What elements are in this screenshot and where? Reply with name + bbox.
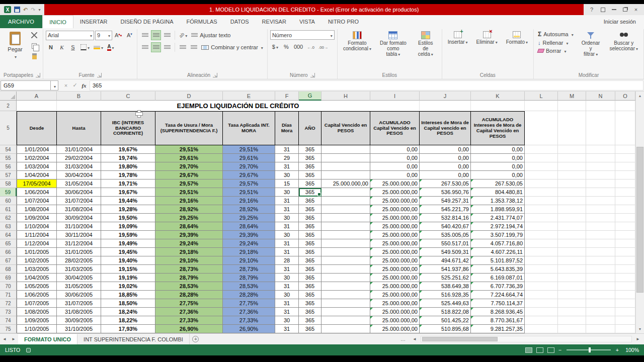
cell-F56[interactable]: 31	[275, 162, 299, 171]
cell-D68[interactable]: 28,73%	[155, 265, 223, 274]
alignment-dialog-launcher-icon[interactable]	[213, 73, 217, 77]
cell-E58[interactable]: 29,57%	[223, 179, 275, 188]
close-button[interactable]: ×	[633, 7, 639, 13]
cell-L67[interactable]	[525, 256, 558, 265]
cell-F69[interactable]: 30	[275, 274, 299, 282]
column-header-C[interactable]: C	[101, 92, 155, 101]
cell-A62[interactable]: 1/09/2004	[17, 214, 57, 222]
select-all-corner[interactable]	[0, 92, 17, 101]
cell-M64[interactable]	[558, 231, 586, 239]
ribbon-tab-vista[interactable]: VISTA	[293, 15, 321, 28]
cell-D63[interactable]: 28,64%	[155, 222, 223, 231]
cell-I54[interactable]: 0,00	[370, 145, 420, 154]
cell-I69[interactable]: 25.000.000,00	[370, 274, 420, 282]
cell-H64[interactable]	[321, 231, 370, 239]
cell-O75[interactable]	[615, 325, 635, 333]
cell-C64[interactable]: 19,59%	[101, 231, 155, 239]
cell-H68[interactable]	[321, 265, 370, 274]
row-header-74[interactable]: 74	[0, 316, 17, 325]
restore-button[interactable]	[622, 8, 628, 12]
cell-C72[interactable]: 18,50%	[101, 299, 155, 308]
cell-F65[interactable]: 31	[275, 239, 299, 248]
cell-A73[interactable]: 1/08/2005	[17, 308, 57, 316]
sheet-tab-formato-unico[interactable]: FORMATO UNICO	[18, 334, 77, 344]
cell-D56[interactable]: 29,70%	[155, 162, 223, 171]
cell-C74[interactable]: 18,22%	[101, 316, 155, 325]
header-cell-C5[interactable]: IBC (INTERES BANCARIO CORRIENTE)	[101, 111, 155, 145]
cell-I61[interactable]: 25.000.000,00	[370, 205, 420, 214]
cell-N68[interactable]	[586, 265, 615, 274]
cell-K58[interactable]: 267.530,05	[471, 179, 525, 188]
row-header-65[interactable]: 65	[0, 239, 17, 248]
comma-format-button[interactable]: 000	[292, 42, 304, 52]
cell-M72[interactable]	[558, 299, 586, 308]
cell-C65[interactable]: 19,49%	[101, 239, 155, 248]
scroll-down-icon[interactable]: ▼	[636, 325, 644, 333]
cell-O2[interactable]	[615, 101, 635, 111]
cell-J67[interactable]: 494.671,42	[420, 256, 471, 265]
row-header-54[interactable]: 54	[0, 145, 17, 154]
cell-B61[interactable]: 31/08/2004	[57, 205, 101, 214]
cell-J65[interactable]: 550.517,01	[420, 239, 471, 248]
cell-D73[interactable]: 27,36%	[155, 308, 223, 316]
cell-D61[interactable]: 28,92%	[155, 205, 223, 214]
decrease-indent-button[interactable]	[178, 42, 188, 52]
cell-L71[interactable]	[525, 291, 558, 299]
cell-L74[interactable]	[525, 316, 558, 325]
cell-B71[interactable]: 30/06/2005	[57, 291, 101, 299]
cell-G75[interactable]: 365	[299, 325, 321, 333]
paste-button[interactable]: Pegar	[4, 30, 27, 59]
name-box-dropdown[interactable]	[51, 80, 58, 90]
cell-A68[interactable]: 1/03/2005	[17, 265, 57, 274]
cell-F70[interactable]: 31	[275, 282, 299, 291]
cell-O69[interactable]	[615, 274, 635, 282]
cell-C68[interactable]: 19,15%	[101, 265, 155, 274]
cell-A57[interactable]: 1/04/2004	[17, 171, 57, 179]
header-cell-K5[interactable]: ACUMULADO Intereses de Mora de Capital V…	[471, 111, 525, 145]
row-header-68[interactable]: 68	[0, 265, 17, 274]
cell-C58[interactable]: 19,71%	[101, 179, 155, 188]
new-sheet-button[interactable]: +	[190, 334, 202, 344]
cell-L75[interactable]	[525, 325, 558, 333]
font-dialog-launcher-icon[interactable]	[97, 73, 102, 77]
cell-K62[interactable]: 2.431.774,07	[471, 214, 525, 222]
borders-button[interactable]	[79, 42, 91, 52]
align-center-button[interactable]	[151, 42, 161, 52]
cell-J64[interactable]: 535.005,05	[420, 231, 471, 239]
row-header-56[interactable]: 56	[0, 162, 17, 171]
cell-G60[interactable]: 365	[299, 197, 321, 205]
cell-M73[interactable]	[558, 308, 586, 316]
column-header-H[interactable]: H	[321, 92, 370, 101]
cell-F57[interactable]: 30	[275, 171, 299, 179]
cell-M75[interactable]	[558, 325, 586, 333]
cell-F61[interactable]: 31	[275, 205, 299, 214]
cell-M68[interactable]	[558, 265, 586, 274]
cell-K61[interactable]: 1.898.959,91	[471, 205, 525, 214]
header-cell-H5[interactable]: Capital Vencido en PESOS	[321, 111, 370, 145]
formula-input[interactable]: 365	[90, 80, 643, 90]
sign-in-link[interactable]: Iniciar sesión	[604, 15, 644, 28]
cell-G56[interactable]: 365	[299, 162, 321, 171]
cell-A65[interactable]: 1/12/2004	[17, 239, 57, 248]
row-header-59[interactable]: 59	[0, 188, 17, 197]
cell-I62[interactable]: 25.000.000,00	[370, 214, 420, 222]
cell-I65[interactable]: 25.000.000,00	[370, 239, 420, 248]
cell-M62[interactable]	[558, 214, 586, 222]
cell-A55[interactable]: 1/02/2004	[17, 154, 57, 162]
column-header-A[interactable]: A	[17, 92, 57, 101]
cell-J74[interactable]: 501.425,22	[420, 316, 471, 325]
column-header-K[interactable]: K	[471, 92, 525, 101]
cell-G64[interactable]: 365	[299, 231, 321, 239]
cell-N70[interactable]	[586, 282, 615, 291]
cell-I57[interactable]: 0,00	[370, 171, 420, 179]
cell-O56[interactable]	[615, 162, 635, 171]
cell-M57[interactable]	[558, 171, 586, 179]
cell-J60[interactable]: 549.257,31	[420, 197, 471, 205]
insert-function-button[interactable]: fx	[79, 80, 89, 90]
normal-view-button[interactable]	[525, 347, 532, 353]
cell-A72[interactable]: 1/07/2005	[17, 299, 57, 308]
cell-O65[interactable]	[615, 239, 635, 248]
cell-C75[interactable]: 17,93%	[101, 325, 155, 333]
cell-D72[interactable]: 27,75%	[155, 299, 223, 308]
cell-I67[interactable]: 25.000.000,00	[370, 256, 420, 265]
